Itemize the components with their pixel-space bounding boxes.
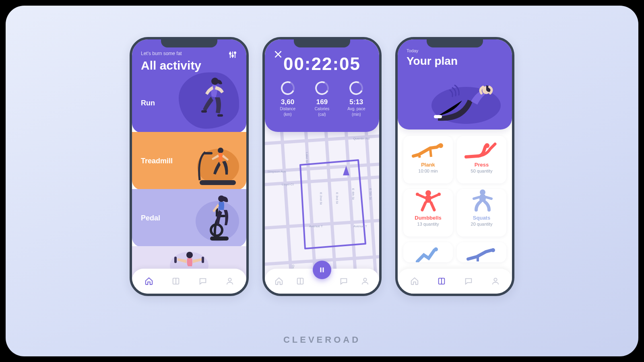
svg-rect-14 — [210, 237, 229, 241]
screen-your-plan: Today Your plan — [395, 37, 514, 296]
activity-run-label[interactable]: Run — [141, 99, 155, 107]
stats-row: 3,60 Distance (km) 169 Calories (cal) 5:… — [265, 81, 379, 117]
showcase-stage: Let's burn some fat All activity Run — [6, 6, 638, 356]
nav-chat-icon[interactable] — [460, 273, 477, 289]
svg-rect-7 — [201, 110, 207, 113]
exercise-sub: 10:00 min — [406, 169, 450, 173]
exercise-partial[interactable] — [403, 242, 453, 262]
today-label: Today — [407, 48, 503, 53]
svg-line-50 — [430, 149, 431, 157]
brand-label: CLEVEROAD — [6, 335, 638, 345]
nav-grid-icon[interactable] — [168, 273, 184, 289]
activity-label: Pedal — [141, 214, 160, 222]
svg-rect-11 — [204, 152, 213, 154]
runner-illustration — [179, 72, 239, 129]
svg-point-62 — [494, 278, 497, 281]
exercise-title: Plank — [406, 162, 450, 168]
tagline: Let's burn some fat — [141, 51, 237, 56]
svg-rect-21 — [174, 257, 177, 263]
street-label: Lake St — [305, 152, 309, 163]
nav-profile-icon[interactable] — [222, 273, 238, 289]
exercise-title: Dumbbells — [406, 215, 450, 221]
ring-icon — [279, 79, 297, 97]
svg-point-42 — [364, 278, 367, 281]
plan-header: Today Your plan — [398, 39, 512, 130]
page-title: Your plan — [407, 55, 503, 68]
notch — [161, 39, 217, 47]
screen-run-tracking: Quentin Rd Simpson Ave Lloyd Ct Avenue T… — [262, 37, 382, 296]
nav-chat-icon[interactable] — [195, 273, 211, 289]
svg-point-4 — [232, 55, 233, 57]
activity-pedal[interactable]: Pedal — [132, 189, 246, 247]
screen-all-activity: Let's burn some fat All activity Run — [130, 37, 249, 296]
plank-icon — [406, 140, 450, 158]
street-label: E 2nd St — [319, 192, 323, 205]
svg-rect-47 — [434, 115, 442, 118]
activity-header: Let's burn some fat All activity Run — [132, 39, 246, 133]
pause-button[interactable] — [313, 261, 331, 279]
stat-distance: 3,60 Distance (km) — [272, 81, 304, 117]
nav-chat-icon[interactable] — [336, 273, 352, 289]
svg-rect-10 — [200, 180, 236, 185]
nav-profile-icon[interactable] — [487, 273, 504, 289]
exercise-sub: 50 quantity — [459, 169, 504, 173]
page-title: All activity — [141, 59, 237, 72]
treadmill-illustration — [192, 143, 241, 187]
nav-grid-icon[interactable] — [292, 273, 308, 289]
press-icon — [459, 140, 504, 158]
filter-icon[interactable] — [228, 50, 237, 60]
exercise-dumbbells[interactable]: Dumbbells 13 quantity — [403, 189, 453, 237]
svg-point-58 — [491, 248, 495, 252]
activity-label: Treadmill — [141, 157, 173, 165]
nav-home-icon[interactable] — [407, 273, 423, 289]
nav-home-icon[interactable] — [271, 273, 287, 289]
exercise-sub: 20 quantity — [459, 222, 504, 226]
svg-point-20 — [186, 252, 193, 258]
svg-point-54 — [416, 193, 419, 196]
street-label: Avenue T — [353, 224, 367, 228]
exercise-squats[interactable]: Squats 20 quantity — [457, 189, 506, 237]
notch — [427, 39, 483, 47]
svg-rect-8 — [217, 114, 223, 117]
stat-calories: 169 Calories (cal) — [306, 81, 338, 117]
nav-home-icon[interactable] — [141, 273, 157, 289]
svg-point-55 — [438, 193, 441, 196]
bottom-nav — [132, 269, 246, 294]
phones-row: Let's burn some fat All activity Run — [6, 37, 638, 296]
nav-grid-icon[interactable] — [433, 273, 450, 289]
svg-point-56 — [480, 189, 485, 195]
svg-point-25 — [228, 278, 231, 281]
close-icon[interactable] — [273, 49, 283, 60]
crunch-illustration — [426, 76, 502, 124]
pushup-icon — [459, 245, 504, 262]
ring-icon — [313, 79, 331, 97]
bottom-nav — [265, 269, 379, 294]
exercise-press[interactable]: Press 50 quantity — [457, 136, 506, 183]
svg-line-49 — [419, 154, 420, 158]
svg-rect-43 — [320, 267, 322, 272]
svg-point-12 — [218, 148, 223, 153]
svg-point-51 — [485, 143, 489, 148]
street-label: Avenue T — [309, 224, 323, 228]
activity-treadmill[interactable]: Treadmill — [132, 132, 246, 190]
nav-profile-icon[interactable] — [357, 273, 373, 289]
street-label: Quentin Rd — [353, 137, 369, 140]
svg-rect-44 — [323, 267, 324, 272]
ring-icon — [348, 79, 365, 97]
street-label: E 4th St — [351, 188, 355, 200]
bottom-nav — [398, 269, 512, 294]
svg-point-3 — [229, 53, 231, 54]
exercise-sub: 13 quantity — [406, 222, 450, 226]
street-label: E 3rd St — [335, 192, 339, 204]
notch — [294, 39, 350, 47]
exercise-title: Squats — [459, 215, 504, 221]
exercise-partial[interactable] — [457, 242, 506, 262]
exercise-plank[interactable]: Plank 10:00 min — [403, 136, 453, 183]
svg-rect-22 — [202, 257, 204, 263]
tracking-header: 00:22:05 3,60 Distance (km) 169 Calories… — [265, 39, 379, 132]
exercise-grid: Plank 10:00 min Press 50 quantity Dumbbe… — [398, 130, 512, 262]
lunge-icon — [406, 245, 450, 262]
street-label: Simpson Ave — [267, 170, 286, 173]
svg-point-48 — [438, 143, 443, 148]
stat-pace: 5:13 Avg. pace (min) — [340, 81, 372, 117]
